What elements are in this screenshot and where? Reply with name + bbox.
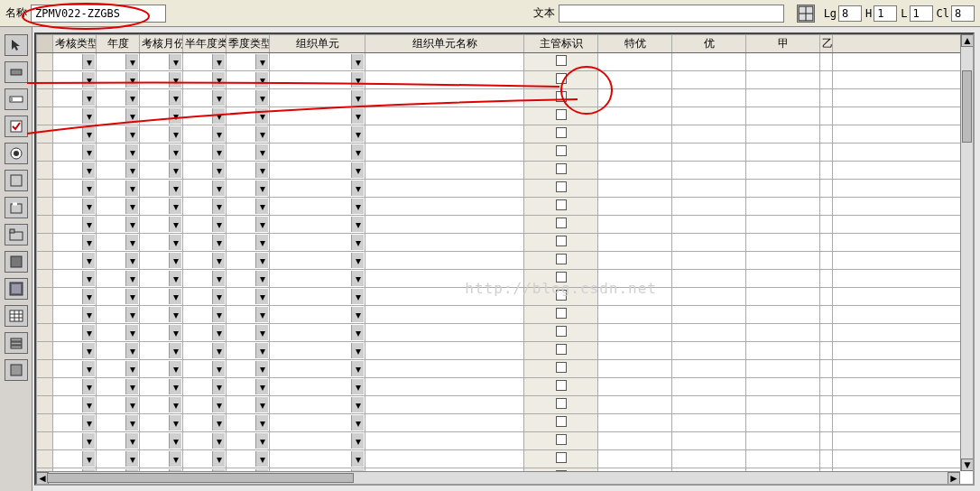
text-cell[interactable]: [820, 360, 833, 378]
dropdown-cell[interactable]: ▾: [270, 89, 365, 107]
checkbox-cell[interactable]: [524, 198, 598, 216]
row-selector[interactable]: [37, 270, 53, 288]
chevron-down-icon[interactable]: ▾: [125, 181, 138, 196]
palette-table[interactable]: [5, 305, 28, 327]
dropdown-cell[interactable]: ▾: [53, 234, 97, 252]
chevron-down-icon[interactable]: ▾: [351, 162, 364, 178]
chevron-down-icon[interactable]: ▾: [351, 271, 364, 286]
dropdown-cell[interactable]: ▾: [97, 432, 140, 450]
text-cell[interactable]: [365, 252, 524, 270]
chevron-down-icon[interactable]: ▾: [351, 307, 364, 322]
dropdown-cell[interactable]: ▾: [227, 342, 270, 360]
chevron-down-icon[interactable]: ▾: [351, 199, 364, 214]
text-cell[interactable]: [672, 180, 746, 198]
text-cell[interactable]: [746, 125, 820, 144]
dropdown-cell[interactable]: ▾: [140, 270, 183, 288]
chevron-down-icon[interactable]: ▾: [125, 361, 138, 376]
chevron-down-icon[interactable]: ▾: [169, 379, 181, 394]
chevron-down-icon[interactable]: ▾: [212, 397, 225, 412]
text-cell[interactable]: [598, 342, 672, 360]
checkbox-icon[interactable]: [556, 127, 567, 138]
checkbox-cell[interactable]: [524, 216, 598, 234]
dropdown-cell[interactable]: ▾: [183, 414, 227, 432]
text-cell[interactable]: [746, 450, 820, 468]
chevron-down-icon[interactable]: ▾: [351, 126, 364, 142]
dropdown-cell[interactable]: ▾: [97, 270, 140, 288]
chevron-down-icon[interactable]: ▾: [212, 199, 225, 214]
dropdown-cell[interactable]: ▾: [227, 234, 270, 252]
text-cell[interactable]: [672, 144, 746, 162]
dropdown-cell[interactable]: ▾: [53, 162, 97, 180]
text-cell[interactable]: [672, 234, 746, 252]
chevron-down-icon[interactable]: ▾: [169, 72, 181, 88]
dropdown-cell[interactable]: ▾: [270, 288, 365, 306]
chevron-down-icon[interactable]: ▾: [255, 72, 268, 88]
text-cell[interactable]: [365, 216, 524, 234]
dropdown-cell[interactable]: ▾: [183, 125, 227, 144]
text-cell[interactable]: [746, 414, 820, 432]
chevron-down-icon[interactable]: ▾: [351, 451, 364, 467]
text-cell[interactable]: [746, 89, 820, 107]
text-cell[interactable]: [672, 270, 746, 288]
chevron-down-icon[interactable]: ▾: [255, 271, 268, 286]
chevron-down-icon[interactable]: ▾: [169, 199, 181, 214]
text-cell[interactable]: [365, 306, 524, 324]
dropdown-cell[interactable]: ▾: [183, 198, 227, 216]
dropdown-cell[interactable]: ▾: [53, 306, 97, 324]
chevron-down-icon[interactable]: ▾: [82, 253, 95, 268]
dropdown-cell[interactable]: ▾: [183, 144, 227, 162]
dropdown-cell[interactable]: ▾: [53, 360, 97, 378]
chevron-down-icon[interactable]: ▾: [82, 415, 95, 431]
col-header[interactable]: 季度类型: [227, 35, 270, 53]
text-cell[interactable]: [598, 324, 672, 342]
dropdown-cell[interactable]: ▾: [53, 107, 97, 125]
text-cell[interactable]: [365, 162, 524, 180]
palette-subscreen[interactable]: [5, 278, 28, 300]
chevron-down-icon[interactable]: ▾: [351, 433, 364, 449]
text-cell[interactable]: [365, 234, 524, 252]
text-cell[interactable]: [820, 342, 833, 360]
h-scrollbar[interactable]: ◄ ►: [36, 471, 960, 484]
chevron-down-icon[interactable]: ▾: [169, 54, 181, 69]
checkbox-icon[interactable]: [556, 181, 567, 192]
palette-steploop[interactable]: [5, 332, 28, 354]
row-selector[interactable]: [37, 324, 53, 342]
text-cell[interactable]: [672, 125, 746, 144]
text-cell[interactable]: [820, 414, 833, 432]
dropdown-cell[interactable]: ▾: [183, 53, 227, 71]
text-cell[interactable]: [598, 306, 672, 324]
chevron-down-icon[interactable]: ▾: [351, 379, 364, 394]
checkbox-icon[interactable]: [556, 163, 567, 174]
palette-status[interactable]: [5, 359, 28, 381]
dropdown-cell[interactable]: ▾: [183, 234, 227, 252]
text-cell[interactable]: [365, 198, 524, 216]
dropdown-cell[interactable]: ▾: [227, 162, 270, 180]
text-cell[interactable]: [820, 89, 833, 107]
text-cell[interactable]: [598, 360, 672, 378]
text-cell[interactable]: [746, 324, 820, 342]
checkbox-cell[interactable]: [524, 306, 598, 324]
chevron-down-icon[interactable]: ▾: [82, 181, 95, 196]
chevron-down-icon[interactable]: ▾: [351, 108, 364, 124]
text-cell[interactable]: [746, 162, 820, 180]
dropdown-cell[interactable]: ▾: [183, 342, 227, 360]
dropdown-cell[interactable]: ▾: [270, 234, 365, 252]
dropdown-cell[interactable]: ▾: [53, 396, 97, 414]
chevron-down-icon[interactable]: ▾: [82, 451, 95, 467]
dropdown-cell[interactable]: ▾: [227, 252, 270, 270]
chevron-down-icon[interactable]: ▾: [82, 199, 95, 214]
chevron-down-icon[interactable]: ▾: [82, 162, 95, 178]
palette-groupbox[interactable]: [5, 197, 28, 218]
row-selector[interactable]: [37, 71, 53, 89]
checkbox-icon[interactable]: [556, 398, 567, 409]
chevron-down-icon[interactable]: ▾: [169, 451, 181, 467]
dropdown-cell[interactable]: ▾: [97, 144, 140, 162]
col-header[interactable]: 考核类型: [53, 35, 97, 53]
dropdown-cell[interactable]: ▾: [183, 378, 227, 396]
chevron-down-icon[interactable]: ▾: [212, 271, 225, 286]
chevron-down-icon[interactable]: ▾: [169, 235, 181, 250]
chevron-down-icon[interactable]: ▾: [169, 253, 181, 268]
checkbox-cell[interactable]: [524, 252, 598, 270]
text-cell[interactable]: [598, 288, 672, 306]
dropdown-cell[interactable]: ▾: [97, 216, 140, 234]
